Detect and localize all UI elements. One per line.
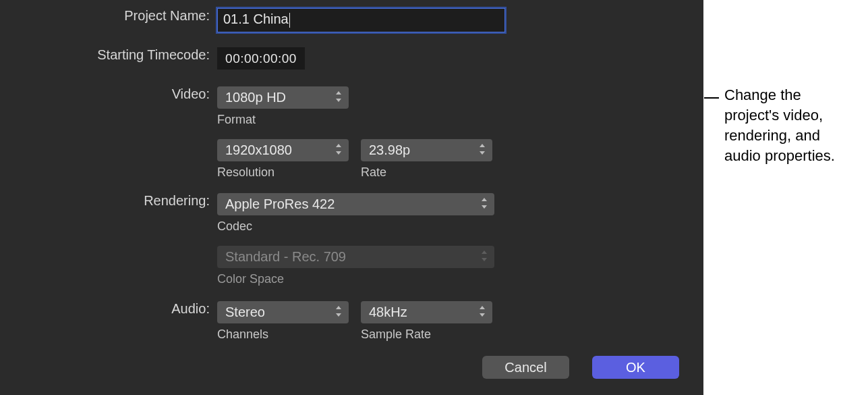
audio-label: Audio: (171, 301, 210, 317)
callout-text: Change the project's video, rendering, a… (724, 85, 859, 166)
rendering-colorspace-caption: Color Space (217, 272, 494, 286)
chevron-updown-icon (479, 144, 488, 157)
chevron-updown-icon (481, 251, 490, 264)
project-name-label: Project Name: (124, 8, 210, 24)
video-rate-select[interactable]: 23.98p (361, 139, 492, 161)
rendering-codec-caption: Codec (217, 219, 494, 234)
video-format-value: 1080p HD (225, 90, 286, 105)
cancel-button[interactable]: Cancel (482, 356, 569, 379)
chevron-updown-icon (335, 306, 345, 319)
chevron-updown-icon (479, 306, 488, 319)
video-rate-caption: Rate (361, 165, 492, 180)
callout-line (704, 97, 719, 99)
audio-channels-value: Stereo (225, 305, 265, 319)
chevron-updown-icon (335, 91, 345, 105)
rendering-label: Rendering: (144, 193, 210, 209)
video-format-caption: Format (217, 113, 349, 127)
video-rate-value: 23.98p (369, 142, 410, 157)
rendering-colorspace-select: Standard - Rec. 709 (217, 246, 494, 268)
project-name-value: 01.1 China (223, 11, 289, 26)
ok-button[interactable]: OK (592, 356, 679, 379)
audio-samplerate-value: 48kHz (369, 305, 407, 319)
audio-samplerate-caption: Sample Rate (361, 327, 492, 342)
chevron-updown-icon (335, 144, 345, 157)
video-resolution-caption: Resolution (217, 165, 349, 180)
video-format-select[interactable]: 1080p HD (217, 86, 349, 109)
rendering-codec-value: Apple ProRes 422 (225, 196, 335, 211)
starting-timecode-label: Starting Timecode: (97, 47, 210, 63)
rendering-colorspace-value: Standard - Rec. 709 (225, 249, 346, 264)
project-settings-panel: Project Name: 01.1 China Starting Timeco… (0, 0, 703, 395)
video-resolution-value: 1920x1080 (225, 142, 292, 157)
audio-samplerate-select[interactable]: 48kHz (361, 301, 492, 323)
video-resolution-select[interactable]: 1920x1080 (217, 139, 349, 161)
project-name-input[interactable]: 01.1 China (217, 8, 505, 32)
text-caret (289, 13, 290, 28)
rendering-codec-select[interactable]: Apple ProRes 422 (217, 193, 494, 215)
starting-timecode-input[interactable]: 00:00:00:00 (217, 47, 305, 70)
chevron-updown-icon (481, 198, 490, 211)
audio-channels-caption: Channels (217, 327, 349, 342)
audio-channels-select[interactable]: Stereo (217, 301, 349, 323)
video-label: Video: (172, 86, 210, 102)
